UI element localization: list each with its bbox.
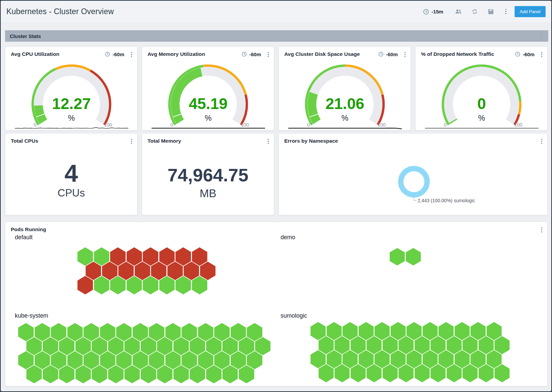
panel-gauge-2: Avg Memory Utilization-60m45.19%0100	[142, 46, 274, 131]
gauge-unit: %	[342, 114, 348, 122]
panel-gauge-1: Avg CPU Utilization-60m12.27%0100	[5, 46, 137, 131]
gauge-min-label: 0	[170, 122, 173, 128]
errors-donut-chart: 2,443 (100.00%) sumologic	[279, 145, 547, 215]
panel-menu-kebab[interactable]	[266, 137, 271, 145]
clock-icon	[423, 9, 429, 15]
panel-title: Avg Memory Utilization	[148, 51, 205, 57]
donut-slice-sumologic[interactable]	[401, 169, 427, 195]
section-menu-kebab[interactable]	[539, 32, 544, 40]
dashboard-time-range[interactable]: -15m	[423, 9, 443, 15]
gauge-unit: %	[478, 114, 485, 122]
gauge-chart: 0%0100	[416, 58, 548, 131]
clock-icon	[105, 51, 110, 57]
add-panel-button[interactable]: Add Panel	[515, 6, 546, 17]
namespace-label-demo: demo	[281, 234, 295, 241]
panel-title: Avg CPU Utilization	[11, 51, 59, 57]
clock-icon	[378, 51, 384, 57]
gauge-value: 12.27	[52, 95, 91, 112]
panel-menu-kebab[interactable]	[129, 50, 134, 59]
panel-menu-kebab[interactable]	[539, 50, 545, 59]
gauge-trend-sparkline	[15, 128, 128, 129]
time-range-label: -60m	[249, 51, 261, 57]
panel-title: % of Dropped Network Traffic	[421, 51, 494, 57]
clock-icon	[241, 51, 247, 57]
donut-callout-label: 2,443 (100.00%) sumologic	[418, 198, 475, 203]
panel-menu-kebab[interactable]	[129, 137, 134, 145]
gauge-max-label: 100	[104, 122, 112, 128]
section-cluster-stats[interactable]: Cluster Stats	[5, 30, 548, 42]
time-range-label: -60m	[386, 51, 398, 57]
panel-errors-by-namespace: Errors by Namespace 2,443 (100.00%) sumo…	[279, 133, 548, 215]
total-cpus-value: 4	[5, 160, 137, 186]
namespace-label-sumologic: sumologic	[281, 312, 307, 319]
gauge-value: 21.06	[325, 95, 364, 112]
time-range-label: -60m	[523, 51, 534, 57]
header-controls: -15m	[423, 6, 546, 17]
panel-menu-kebab[interactable]	[539, 137, 545, 145]
dashboard-menu-kebab[interactable]	[503, 8, 509, 16]
gauge-max-label: 100	[514, 122, 522, 128]
panel-title: Avg Cluster Disk Space Usage	[284, 51, 360, 57]
panel-total-memory: Total Memory 74,964.75 MB	[142, 133, 274, 215]
gauge-trend-sparkline	[288, 128, 402, 129]
panel-title: Total Memory	[148, 138, 181, 144]
share-users-icon[interactable]	[455, 8, 462, 15]
panel-menu-kebab[interactable]	[266, 50, 271, 59]
gauge-value: 45.19	[189, 95, 227, 112]
gauge-unit: %	[205, 114, 212, 122]
save-icon[interactable]	[487, 8, 494, 15]
panel-menu-kebab[interactable]	[539, 226, 545, 234]
total-memory-value: 74,964.75	[142, 164, 274, 186]
page-title: Kubernetes - Cluster Overview	[6, 7, 114, 16]
gauge-chart: 21.06%0100	[279, 58, 411, 131]
total-cpus-unit: CPUs	[5, 187, 137, 199]
gauge-chart: 12.27%0100	[5, 58, 138, 131]
namespace-label-kube-system: kube-system	[15, 312, 48, 319]
panel-time-range[interactable]: -60m	[378, 51, 398, 57]
refresh-icon[interactable]	[471, 8, 478, 15]
panel-title: Pods Running	[11, 226, 46, 233]
panel-gauge-3: Avg Cluster Disk Space Usage-60m21.06%01…	[279, 46, 411, 131]
gauge-unit: %	[68, 114, 75, 122]
gauge-max-label: 100	[378, 122, 386, 128]
time-range-label: -15m	[431, 9, 443, 14]
panel-title: Total CPUs	[11, 138, 38, 144]
panel-menu-kebab[interactable]	[402, 50, 408, 59]
gauge-value: 0	[477, 95, 486, 112]
total-memory-unit: MB	[142, 187, 274, 200]
panel-time-range[interactable]: -60m	[241, 51, 261, 57]
gauge-min-label: 0	[34, 122, 36, 128]
panel-title: Errors by Namespace	[284, 138, 338, 144]
panel-time-range[interactable]: -60m	[515, 51, 534, 57]
dashboard: Kubernetes - Cluster Overview -15m	[0, 0, 552, 392]
gauge-max-label: 100	[241, 122, 249, 128]
gauge-min-label: 0	[444, 122, 447, 128]
panel-total-cpus: Total CPUs 4 CPUs	[5, 133, 137, 215]
dashboard-header: Kubernetes - Cluster Overview -15m	[1, 1, 551, 23]
time-range-label: -60m	[112, 51, 124, 57]
namespace-label-default: default	[15, 234, 33, 241]
gauge-min-label: 0	[307, 122, 310, 128]
panel-time-range[interactable]: -60m	[105, 51, 124, 57]
gauge-chart: 45.19%0100	[142, 58, 274, 131]
clock-icon	[515, 51, 520, 57]
section-title: Cluster Stats	[10, 33, 41, 39]
panel-gauge-4: % of Dropped Network Traffic-60m0%0100	[415, 46, 548, 131]
